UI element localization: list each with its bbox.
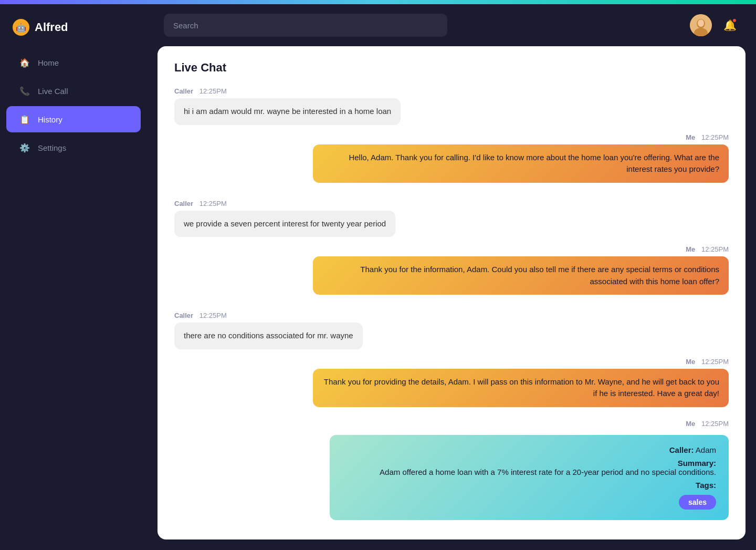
avatar (690, 14, 712, 36)
message-bubble-3: we provide a seven percent interest for … (174, 211, 395, 237)
tag-sales[interactable]: sales (679, 495, 716, 510)
logo: 🤖 Alfred (0, 13, 147, 48)
caller-label: Caller: (669, 445, 694, 454)
phone-icon: 📞 (19, 85, 30, 97)
message-group-3: Caller 12:25PM we provide a seven percen… (174, 200, 729, 237)
time-label-4: 12:25PM (701, 245, 729, 253)
summary-caller-row: Caller: Adam (342, 445, 716, 454)
message-group-4: Me 12:25PM Thank you for the information… (174, 245, 729, 295)
chat-container[interactable]: Live Chat Caller 12:25PM hi i am adam wo… (158, 46, 746, 539)
message-meta-3: Caller 12:25PM (174, 200, 729, 207)
main-content: 🔔 Live Chat Caller 12:25PM hi i am adam … (147, 4, 756, 550)
message-meta-1: Caller 12:25PM (174, 87, 729, 95)
message-bubble-4: Thank you for the information, Adam. Cou… (313, 256, 729, 295)
notification-dot (732, 18, 737, 23)
summary-sender-label: Me (686, 420, 695, 428)
header-right: 🔔 (690, 14, 739, 36)
time-label-1: 12:25PM (200, 87, 227, 95)
message-meta-6: Me 12:25PM (174, 358, 729, 366)
sender-label-6: Me (686, 358, 695, 366)
history-icon: 📋 (19, 113, 30, 125)
sidebar-item-settings[interactable]: ⚙️ Settings (6, 134, 141, 161)
message-group-6: Me 12:25PM Thank you for providing the d… (174, 358, 729, 407)
logo-icon: 🤖 (13, 19, 29, 36)
time-label-3: 12:25PM (200, 200, 227, 207)
content-area: Live Chat Caller 12:25PM hi i am adam wo… (147, 46, 756, 550)
sidebar-item-label-settings: Settings (38, 143, 66, 152)
top-header: 🔔 (147, 4, 756, 46)
sidebar-item-home[interactable]: 🏠 Home (6, 49, 141, 76)
sidebar: 🤖 Alfred 🏠 Home 📞 Live Call 📋 History ⚙️… (0, 4, 147, 550)
message-bubble-1: hi i am adam would mr. wayne be interest… (174, 98, 401, 125)
sender-label-1: Caller (174, 87, 193, 95)
settings-icon: ⚙️ (19, 142, 30, 153)
time-label-2: 12:25PM (701, 133, 729, 141)
notification-button[interactable]: 🔔 (720, 16, 739, 35)
sidebar-item-label-livecall: Live Call (38, 87, 68, 96)
tags-label: Tags: (696, 481, 716, 490)
message-meta-2: Me 12:25PM (174, 133, 729, 141)
summary-time-label: 12:25PM (701, 420, 729, 428)
tags-row: Tags: (342, 481, 716, 490)
message-group-1: Caller 12:25PM hi i am adam would mr. wa… (174, 87, 729, 125)
sidebar-item-history[interactable]: 📋 History (6, 106, 141, 132)
message-bubble-2: Hello, Adam. Thank you for calling. I'd … (313, 144, 729, 183)
svg-point-3 (698, 19, 704, 27)
summary-section: Me 12:25PM Caller: Adam Summary: Adam of… (174, 420, 729, 520)
caller-name: Adam (696, 445, 716, 454)
chat-title: Live Chat (174, 61, 729, 75)
time-label-5: 12:25PM (200, 312, 227, 319)
message-group-5: Caller 12:25PM there are no conditions a… (174, 312, 729, 349)
sender-label-5: Caller (174, 312, 193, 319)
message-meta-4: Me 12:25PM (174, 245, 729, 253)
summary-text: Adam offered a home loan with a 7% inter… (380, 468, 716, 476)
summary-label: Summary: (678, 459, 716, 468)
logo-text: Alfred (35, 20, 68, 34)
sender-label-3: Caller (174, 200, 193, 207)
message-bubble-6: Thank you for providing the details, Ada… (313, 369, 729, 407)
search-input[interactable] (164, 14, 447, 37)
home-icon: 🏠 (19, 57, 30, 68)
sidebar-item-label-home: Home (38, 58, 59, 67)
message-meta-5: Caller 12:25PM (174, 312, 729, 319)
summary-card: Caller: Adam Summary: Adam offered a hom… (330, 435, 729, 520)
summary-text-row: Summary: Adam offered a home loan with a… (342, 459, 716, 476)
sender-label-4: Me (686, 245, 695, 253)
sidebar-item-livecall[interactable]: 📞 Live Call (6, 78, 141, 104)
tags-wrap: sales (342, 495, 716, 510)
sidebar-item-label-history: History (38, 115, 62, 124)
time-label-6: 12:25PM (701, 358, 729, 366)
message-group-2: Me 12:25PM Hello, Adam. Thank you for ca… (174, 133, 729, 183)
summary-meta: Me 12:25PM (174, 420, 729, 428)
message-bubble-5: there are no conditions associated for m… (174, 323, 363, 349)
top-bar (0, 0, 756, 4)
sender-label-2: Me (686, 133, 695, 141)
